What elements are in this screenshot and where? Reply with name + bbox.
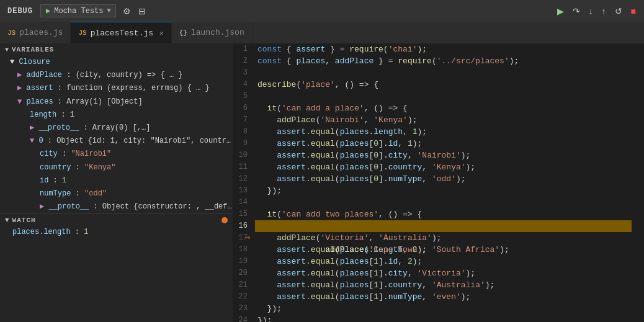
var-places-proto[interactable]: ▶ __proto__ : Array(0) [,…] bbox=[0, 122, 233, 135]
code-line-20: assert.equal(places[1].city, 'Victoria')… bbox=[255, 267, 632, 279]
line-num-24: 24 bbox=[238, 315, 248, 322]
code-line-12: assert.equal(places[0].numType, 'odd'); bbox=[255, 173, 632, 185]
variables-label: VARIABLES bbox=[12, 46, 54, 53]
code-line-8: assert.equal(places.length, 1); bbox=[255, 126, 632, 138]
chevron-down-icon: ▼ bbox=[5, 47, 9, 53]
tab-label-json: launch.json bbox=[191, 28, 244, 37]
debug-arrow-icon: ⇒ bbox=[245, 232, 250, 244]
watch-dot-indicator bbox=[221, 217, 228, 223]
code-line-17: addPlace('Victoria', 'Australia'); bbox=[255, 232, 632, 244]
watch-section-header[interactable]: ▼ WATCH bbox=[0, 213, 233, 226]
config-name: Mocha Tests bbox=[54, 7, 103, 16]
code-line-6: it('can add a place', () => { bbox=[255, 102, 632, 114]
line-num-4: 4 bbox=[238, 79, 248, 91]
watch-item-places-length: places.length : 1 bbox=[0, 226, 233, 238]
tab-label-active: placesTest.js bbox=[91, 29, 153, 38]
code-line-11: assert.equal(places[0].country, 'Kenya')… bbox=[255, 161, 632, 173]
top-bar: DEBUG ▶ Mocha Tests ▼ ⚙ ⊟ ▶ ↷ ↓ ↑ ↺ ■ bbox=[0, 0, 644, 22]
code-area: 1 2 3 4 5 6 7 8 9 10 11 12 13 14 15 16 1… bbox=[233, 43, 644, 322]
var-assert[interactable]: ▶ assert : function (express, errmsg) { … bbox=[0, 82, 233, 95]
code-line-3 bbox=[255, 67, 632, 79]
debug-label: DEBUG bbox=[0, 7, 40, 16]
restart-button[interactable]: ↺ bbox=[612, 6, 625, 17]
line-num-5: 5 bbox=[238, 91, 248, 102]
var-places-0[interactable]: ▼ 0 : Object {id: 1, city: "Nairobi", co… bbox=[0, 135, 233, 148]
code-lines: const { assert } = require('chai'); cons… bbox=[255, 43, 644, 322]
json-icon: {} bbox=[179, 29, 187, 37]
line-num-11: 11 bbox=[238, 161, 248, 173]
tabs-bar: JS places.js JS placesTest.js ✕ {} launc… bbox=[0, 22, 644, 43]
line-numbers: 1 2 3 4 5 6 7 8 9 10 11 12 13 14 15 16 1… bbox=[233, 43, 255, 322]
code-line-2: const { places, addPlace } = require('..… bbox=[255, 55, 632, 67]
line-num-12: 12 bbox=[238, 173, 248, 185]
js-icon-active: JS bbox=[78, 29, 86, 37]
line-num-23: 23 bbox=[238, 303, 248, 315]
var-city: city : "Nairobi" bbox=[0, 148, 233, 161]
var-places-length: length : 1 bbox=[0, 109, 233, 122]
code-line-7: addPlace('Nairobi', 'Kenya'); bbox=[255, 114, 632, 126]
code-line-10: assert.equal(places[0].city, 'Nairobi'); bbox=[255, 150, 632, 161]
watch-label: WATCH bbox=[12, 217, 36, 224]
var-addplace[interactable]: ▶ addPlace : (city, country) => { … } bbox=[0, 69, 233, 82]
debug-toolbar: ⚙ ⊟ bbox=[120, 6, 149, 17]
tab-places-js[interactable]: JS places.js bbox=[0, 22, 71, 43]
var-country: country : "Kenya" bbox=[0, 161, 233, 174]
line-num-18: 18 bbox=[238, 244, 248, 256]
code-line-5 bbox=[255, 91, 632, 102]
var-places[interactable]: ▼ places : Array(1) [Object] bbox=[0, 96, 233, 109]
var-id: id : 1 bbox=[0, 174, 233, 187]
settings-button[interactable]: ⚙ bbox=[120, 6, 134, 17]
line-num-19: 19 bbox=[238, 256, 248, 267]
closure-header[interactable]: ▼ Closure bbox=[0, 56, 233, 69]
line-num-9: 9 bbox=[238, 138, 248, 150]
code-line-22: assert.equal(places[1].numType, 'even'); bbox=[255, 291, 632, 303]
continue-button[interactable]: ▶ bbox=[554, 6, 567, 17]
code-line-23: }); bbox=[255, 303, 632, 315]
code-line-4: describe('place', () => { bbox=[255, 79, 632, 91]
code-line-15: it('can add two places', () => { bbox=[255, 208, 632, 220]
var-numtype: numType : "odd" bbox=[0, 187, 233, 200]
line-num-15: 15 bbox=[238, 208, 248, 220]
main-content: ▼ VARIABLES ▼ Closure ▶ addPlace : (city… bbox=[0, 43, 644, 322]
variables-section-header[interactable]: ▼ VARIABLES bbox=[0, 43, 233, 56]
code-line-1: const { assert } = require('chai'); bbox=[255, 43, 632, 55]
debug-controls: ▶ ↷ ↓ ↑ ↺ ■ bbox=[554, 6, 639, 17]
code-line-13: }); bbox=[255, 185, 632, 197]
line-num-7: 7 bbox=[238, 114, 248, 126]
line-num-22: 22 bbox=[238, 291, 248, 303]
line-num-6: 6 bbox=[238, 102, 248, 114]
line-num-14: 14 bbox=[238, 197, 248, 208]
line-num-8: 8 bbox=[238, 126, 248, 138]
line-num-21: 21 bbox=[238, 279, 248, 291]
tab-launch-json[interactable]: {} launch.json bbox=[172, 22, 253, 43]
code-line-21: assert.equal(places[1].country, 'Austral… bbox=[255, 279, 632, 291]
sidebar: ▼ VARIABLES ▼ Closure ▶ addPlace : (city… bbox=[0, 43, 233, 322]
code-editor[interactable]: 1 2 3 4 5 6 7 8 9 10 11 12 13 14 15 16 1… bbox=[233, 43, 644, 322]
tab-label: places.js bbox=[19, 28, 63, 37]
split-button[interactable]: ⊟ bbox=[135, 6, 149, 17]
stop-button[interactable]: ■ bbox=[628, 6, 639, 17]
code-line-16: ⇒ addPlace('Cape Town', 'South Africa'); bbox=[255, 220, 632, 232]
line-num-2: 2 bbox=[238, 55, 248, 67]
line-num-20: 20 bbox=[238, 267, 248, 279]
closure-label: Closure bbox=[19, 58, 50, 66]
code-line-9: assert.equal(places[0].id, 1); bbox=[255, 138, 632, 150]
code-line-14 bbox=[255, 197, 632, 208]
chevron-down-icon: ▼ bbox=[5, 217, 10, 224]
line-num-10: 10 bbox=[238, 150, 248, 161]
chevron-down-icon: ▼ bbox=[107, 7, 110, 14]
js-icon: JS bbox=[7, 29, 16, 37]
line-num-3: 3 bbox=[238, 67, 248, 79]
step-over-button[interactable]: ↷ bbox=[570, 6, 583, 17]
play-green-icon: ▶ bbox=[46, 6, 50, 16]
tab-placestest-js[interactable]: JS placesTest.js ✕ bbox=[71, 22, 171, 43]
chevron-down-icon: ▼ bbox=[10, 58, 19, 66]
line-num-1: 1 bbox=[238, 43, 248, 55]
step-out-button[interactable]: ↑ bbox=[599, 6, 609, 17]
debug-config-selector[interactable]: ▶ Mocha Tests ▼ bbox=[40, 4, 116, 17]
step-into-button[interactable]: ↓ bbox=[586, 6, 596, 17]
line-num-13: 13 bbox=[238, 185, 248, 197]
var-obj-proto[interactable]: ▶ __proto__ : Object {constructor: , __d… bbox=[0, 200, 233, 213]
close-tab-icon[interactable]: ✕ bbox=[159, 29, 164, 37]
code-line-24: }); bbox=[255, 315, 632, 322]
